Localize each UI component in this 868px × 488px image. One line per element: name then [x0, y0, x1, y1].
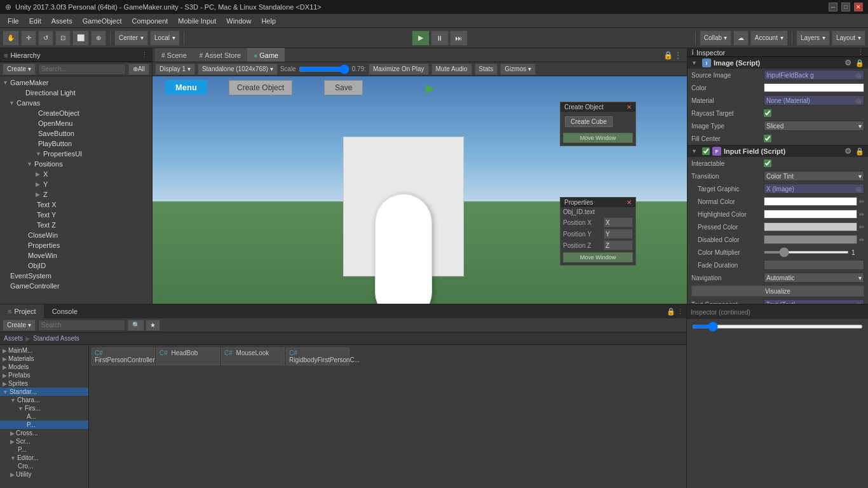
source-image-target[interactable]: ◎ — [856, 72, 862, 79]
tree-p2[interactable]: P... — [0, 445, 88, 454]
inspector-menu[interactable]: ⋮ — [857, 48, 864, 57]
fill-center-checkbox[interactable] — [764, 135, 771, 142]
rect-tool[interactable]: ⬜ — [72, 30, 89, 46]
hier-item-openmenu[interactable]: OpenMenu — [0, 118, 152, 128]
image-type-dropdown[interactable]: Sliced ▾ — [764, 121, 864, 131]
local-dropdown[interactable]: Local ▾ — [150, 30, 180, 46]
hier-item-gamecontroller[interactable]: GameController — [0, 281, 152, 291]
close-button[interactable]: ✕ — [854, 3, 863, 11]
hier-item-y[interactable]: ▶ Y — [0, 179, 152, 189]
all-button[interactable]: ⊕All — [128, 64, 149, 75]
input-field-gear[interactable]: ⚙ — [844, 147, 851, 156]
hier-item-gamemaker[interactable]: ▼ GameMaker — [0, 78, 152, 88]
pos-x-input[interactable] — [604, 217, 633, 227]
normal-color-swatch[interactable] — [764, 197, 857, 206]
tree-firs[interactable]: ▼ Firs... — [0, 404, 88, 412]
hier-item-playbutton[interactable]: PlayButton — [0, 139, 152, 149]
center-dropdown[interactable]: Center ▾ — [114, 30, 148, 46]
tree-models[interactable]: ▶ Models — [0, 363, 88, 371]
hier-item-directional-light[interactable]: Directional Light — [0, 88, 152, 98]
tree-a[interactable]: A... — [0, 412, 88, 421]
lock-icon-input[interactable]: 🔒 — [855, 147, 864, 156]
image-color-swatch[interactable] — [764, 83, 864, 92]
search-icon-btn[interactable]: 🔍 — [128, 320, 144, 331]
tree-utility[interactable]: ▶ Utility — [0, 470, 88, 478]
hier-item-closewin[interactable]: CloseWin — [0, 230, 152, 240]
insp-horizontal-scroll[interactable] — [692, 325, 863, 329]
hier-item-text-x[interactable]: Text X — [0, 200, 152, 210]
tree-mainm[interactable]: ▶ MainM... — [0, 346, 88, 355]
tree-sprites[interactable]: ▶ Sprites — [0, 379, 88, 388]
input-field-enable[interactable] — [702, 147, 710, 155]
step-button[interactable]: ⏭ — [450, 30, 468, 46]
tree-scr[interactable]: ▶ Scr... — [0, 437, 88, 445]
collab-dropdown[interactable]: Collab ▾ — [700, 30, 731, 46]
hier-item-savebutton[interactable]: SaveButton — [0, 128, 152, 139]
stats-button[interactable]: Stats — [475, 64, 498, 75]
tree-standard[interactable]: ▼ Standar... — [0, 388, 88, 396]
bookmark-icon-btn[interactable]: ★ — [146, 320, 160, 331]
breadcrumb-standard-assets[interactable]: Standard Assets — [33, 335, 79, 342]
create-object-close[interactable]: ✕ — [627, 104, 632, 111]
file-mouselook[interactable]: C# MouseLook — [221, 348, 285, 365]
file-headbob[interactable]: C# HeadBob — [156, 348, 220, 365]
menu-mobile-input[interactable]: Mobile Input — [173, 16, 221, 26]
panel-lock[interactable]: 🔒 — [663, 51, 673, 60]
hand-tool[interactable]: ✋ — [3, 30, 19, 46]
image-script-header[interactable]: ▼ I Image (Script) ⚙ 🔒 — [688, 57, 868, 69]
create-cube-btn[interactable]: Create Cube — [565, 116, 613, 127]
scale-tool[interactable]: ⊡ — [55, 30, 71, 46]
move-window-btn-2[interactable]: Move Window — [563, 252, 633, 262]
hier-item-text-y[interactable]: Text Y — [0, 210, 152, 220]
target-graphic-target[interactable]: ◎ — [856, 186, 862, 193]
disabled-color-swatch[interactable] — [764, 235, 857, 244]
layers-dropdown[interactable]: Layers ▾ — [796, 30, 830, 46]
create-button[interactable]: Create ▾ — [3, 64, 36, 75]
move-window-btn-1[interactable]: Move Window — [563, 133, 633, 143]
hier-item-canvas[interactable]: ▼ Canvas — [0, 98, 152, 108]
menu-window[interactable]: Window — [221, 16, 256, 26]
hier-item-movewin[interactable]: MoveWin — [0, 250, 152, 261]
account-dropdown[interactable]: Account ▾ — [750, 30, 788, 46]
color-multiplier-slider[interactable] — [764, 251, 849, 254]
hier-item-eventsystem[interactable]: EventSystem — [0, 271, 152, 281]
hier-item-positions[interactable]: ▼ Positions — [0, 159, 152, 169]
pressed-color-picker[interactable]: ✏ — [859, 224, 864, 231]
source-image-ref[interactable]: InputFieldBack g ◎ — [764, 70, 864, 80]
pos-z-input[interactable] — [604, 240, 633, 250]
hier-item-z[interactable]: ▶ Z — [0, 189, 152, 200]
disabled-color-picker[interactable]: ✏ — [859, 236, 864, 243]
tree-prefabs[interactable]: ▶ Prefabs — [0, 371, 88, 379]
material-target[interactable]: ◎ — [856, 97, 862, 104]
minimize-button[interactable]: ─ — [829, 3, 837, 11]
menu-button[interactable]: Menu — [165, 80, 207, 95]
menu-edit[interactable]: Edit — [24, 16, 46, 26]
transition-dropdown[interactable]: Color Tint ▾ — [764, 171, 864, 181]
material-ref[interactable]: None (Material) ◎ — [764, 95, 864, 105]
hier-item-text-z[interactable]: Text Z — [0, 220, 152, 230]
display-dropdown[interactable]: Display 1 ▾ — [155, 64, 195, 75]
tree-cro[interactable]: Cro... — [0, 462, 88, 470]
tree-materials[interactable]: ▶ Materials — [0, 355, 88, 363]
project-lock-icon[interactable]: 🔒 — [667, 308, 675, 316]
play-icon[interactable]: ▶ — [426, 81, 435, 95]
game-tab[interactable]: ● Game — [247, 48, 285, 62]
create-object-game-button[interactable]: Create Object — [229, 80, 292, 95]
resolution-dropdown[interactable]: Standalone (1024x768) ▾ — [198, 64, 278, 75]
tree-chara[interactable]: ▼ Chara... — [0, 396, 88, 404]
hierarchy-search[interactable] — [38, 64, 126, 75]
normal-color-picker[interactable]: ✏ — [859, 198, 864, 205]
file-rigidbody[interactable]: C# RigidbodyFirstPersonC... — [286, 348, 349, 365]
mute-audio[interactable]: Mute Audio — [431, 64, 472, 75]
cloud-button[interactable]: ☁ — [733, 30, 749, 46]
fade-duration-input[interactable]: 0.1 — [764, 260, 864, 270]
layout-dropdown[interactable]: Layout ▾ — [832, 30, 865, 46]
interactable-checkbox[interactable] — [764, 159, 771, 167]
menu-assets[interactable]: Assets — [46, 16, 78, 26]
raycast-checkbox[interactable] — [764, 109, 771, 117]
menu-help[interactable]: Help — [256, 16, 281, 26]
transform-tool[interactable]: ⊕ — [91, 30, 106, 46]
hier-item-propertiesui[interactable]: ▼ PropertiesUI — [0, 149, 152, 159]
scene-tab[interactable]: # Scene — [155, 48, 193, 62]
maximize-on-play[interactable]: Maximize On Play — [369, 64, 429, 75]
